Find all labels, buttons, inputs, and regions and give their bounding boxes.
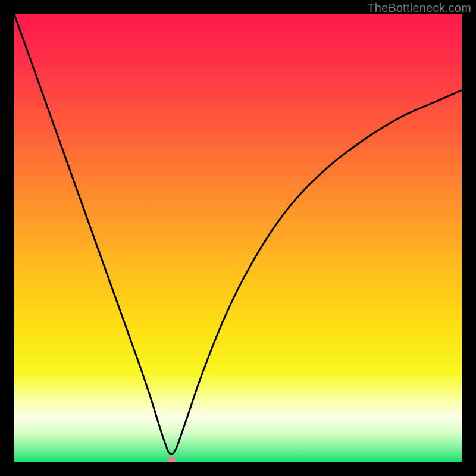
- watermark-text: TheBottleneck.com: [367, 1, 471, 15]
- chart-frame: TheBottleneck.com: [0, 0, 476, 476]
- bottleneck-plot: [14, 14, 462, 462]
- gradient-background: [14, 14, 462, 462]
